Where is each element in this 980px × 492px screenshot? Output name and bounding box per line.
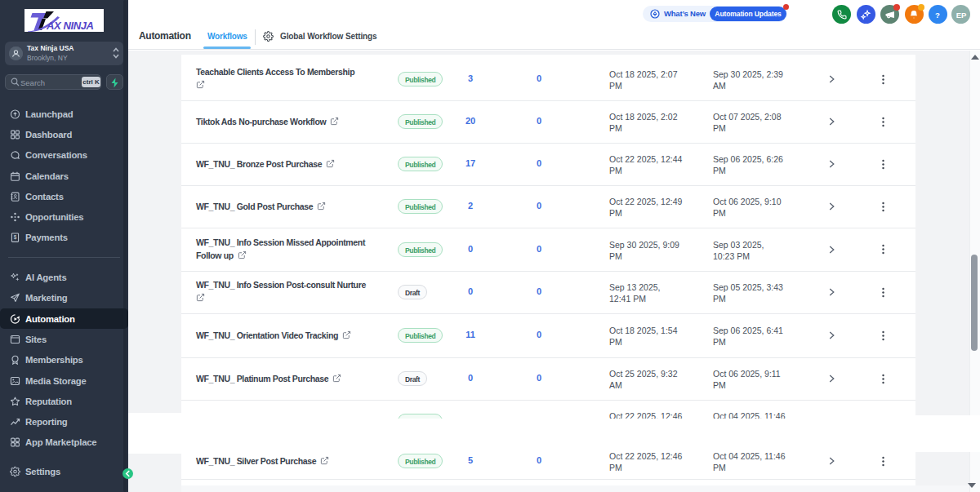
svg-text:?: ?	[935, 10, 940, 19]
svg-text:EP: EP	[956, 11, 966, 20]
svg-text:$: $	[14, 235, 17, 242]
svg-text:AX NINJA: AX NINJA	[46, 20, 93, 32]
